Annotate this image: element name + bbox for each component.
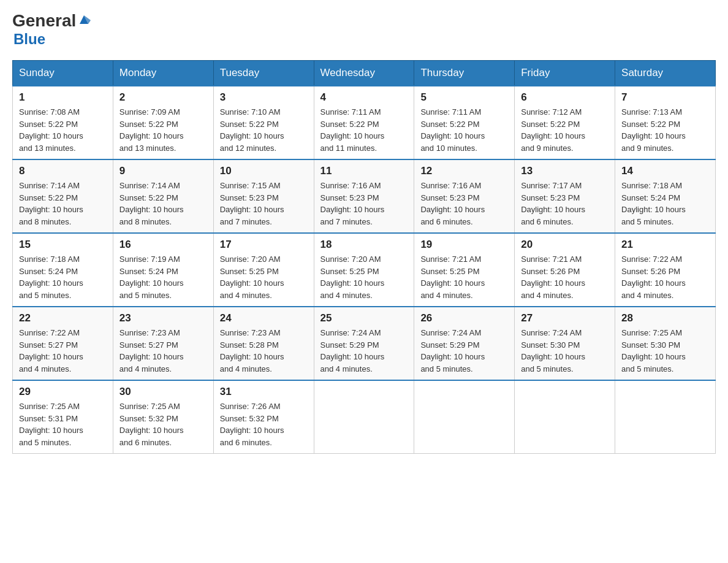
- weekday-header-tuesday: Tuesday: [213, 61, 314, 86]
- logo-triangle-icon: [77, 13, 91, 26]
- calendar-cell: 10 Sunrise: 7:15 AM Sunset: 5:23 PM Dayl…: [213, 159, 314, 233]
- day-info: Sunrise: 7:18 AM Sunset: 5:24 PM Dayligh…: [19, 253, 107, 301]
- weekday-header-friday: Friday: [515, 61, 615, 86]
- calendar-cell: 24 Sunrise: 7:23 AM Sunset: 5:28 PM Dayl…: [213, 307, 314, 380]
- day-number: 20: [521, 239, 609, 251]
- page-header: General Blue: [12, 12, 716, 48]
- day-info: Sunrise: 7:15 AM Sunset: 5:23 PM Dayligh…: [220, 180, 308, 228]
- calendar-cell: 3 Sunrise: 7:10 AM Sunset: 5:22 PM Dayli…: [213, 86, 314, 159]
- weekday-header-sunday: Sunday: [13, 61, 113, 86]
- day-info: Sunrise: 7:23 AM Sunset: 5:27 PM Dayligh…: [119, 327, 207, 375]
- calendar-cell: 7 Sunrise: 7:13 AM Sunset: 5:22 PM Dayli…: [615, 86, 716, 159]
- calendar-cell: 23 Sunrise: 7:23 AM Sunset: 5:27 PM Dayl…: [113, 307, 213, 380]
- weekday-header-saturday: Saturday: [615, 61, 716, 86]
- day-info: Sunrise: 7:08 AM Sunset: 5:22 PM Dayligh…: [19, 106, 107, 154]
- logo: General Blue: [12, 12, 91, 48]
- calendar-cell: 8 Sunrise: 7:14 AM Sunset: 5:22 PM Dayli…: [13, 159, 113, 233]
- day-number: 5: [420, 91, 508, 104]
- calendar-cell: [414, 380, 515, 454]
- calendar-cell: 17 Sunrise: 7:20 AM Sunset: 5:25 PM Dayl…: [213, 233, 314, 307]
- week-row-5: 29 Sunrise: 7:25 AM Sunset: 5:31 PM Dayl…: [13, 380, 716, 454]
- day-number: 23: [119, 312, 207, 324]
- calendar-cell: 16 Sunrise: 7:19 AM Sunset: 5:24 PM Dayl…: [113, 233, 213, 307]
- calendar-cell: [314, 380, 414, 454]
- calendar-cell: 9 Sunrise: 7:14 AM Sunset: 5:22 PM Dayli…: [113, 159, 213, 233]
- calendar-cell: 19 Sunrise: 7:21 AM Sunset: 5:25 PM Dayl…: [414, 233, 515, 307]
- day-info: Sunrise: 7:11 AM Sunset: 5:22 PM Dayligh…: [420, 106, 508, 154]
- day-number: 27: [521, 312, 609, 324]
- day-number: 28: [621, 312, 709, 324]
- day-number: 16: [119, 239, 207, 251]
- logo-blue: Blue: [13, 31, 45, 48]
- calendar-cell: 21 Sunrise: 7:22 AM Sunset: 5:26 PM Dayl…: [615, 233, 716, 307]
- day-info: Sunrise: 7:09 AM Sunset: 5:22 PM Dayligh…: [119, 106, 207, 154]
- week-row-1: 1 Sunrise: 7:08 AM Sunset: 5:22 PM Dayli…: [13, 86, 716, 159]
- day-number: 30: [119, 386, 207, 398]
- calendar-cell: 11 Sunrise: 7:16 AM Sunset: 5:23 PM Dayl…: [314, 159, 414, 233]
- week-row-4: 22 Sunrise: 7:22 AM Sunset: 5:27 PM Dayl…: [13, 307, 716, 380]
- day-info: Sunrise: 7:13 AM Sunset: 5:22 PM Dayligh…: [621, 106, 709, 154]
- day-info: Sunrise: 7:14 AM Sunset: 5:22 PM Dayligh…: [119, 180, 207, 228]
- day-number: 17: [220, 239, 308, 251]
- calendar-cell: 28 Sunrise: 7:25 AM Sunset: 5:30 PM Dayl…: [615, 307, 716, 380]
- day-info: Sunrise: 7:22 AM Sunset: 5:27 PM Dayligh…: [19, 327, 107, 375]
- day-number: 25: [320, 312, 408, 324]
- day-info: Sunrise: 7:17 AM Sunset: 5:23 PM Dayligh…: [521, 180, 609, 228]
- day-info: Sunrise: 7:20 AM Sunset: 5:25 PM Dayligh…: [320, 253, 408, 301]
- day-info: Sunrise: 7:14 AM Sunset: 5:22 PM Dayligh…: [19, 180, 107, 228]
- day-number: 8: [19, 165, 107, 177]
- day-number: 14: [621, 165, 709, 177]
- day-info: Sunrise: 7:16 AM Sunset: 5:23 PM Dayligh…: [320, 180, 408, 228]
- calendar-cell: 30 Sunrise: 7:25 AM Sunset: 5:32 PM Dayl…: [113, 380, 213, 454]
- calendar-cell: 1 Sunrise: 7:08 AM Sunset: 5:22 PM Dayli…: [13, 86, 113, 159]
- day-info: Sunrise: 7:24 AM Sunset: 5:30 PM Dayligh…: [521, 327, 609, 375]
- calendar-cell: 18 Sunrise: 7:20 AM Sunset: 5:25 PM Dayl…: [314, 233, 414, 307]
- day-number: 29: [19, 386, 107, 398]
- logo-general: General: [12, 12, 76, 29]
- day-info: Sunrise: 7:11 AM Sunset: 5:22 PM Dayligh…: [320, 106, 408, 154]
- day-info: Sunrise: 7:25 AM Sunset: 5:30 PM Dayligh…: [621, 327, 709, 375]
- day-number: 11: [320, 165, 408, 177]
- day-info: Sunrise: 7:16 AM Sunset: 5:23 PM Dayligh…: [420, 180, 508, 228]
- calendar-cell: 2 Sunrise: 7:09 AM Sunset: 5:22 PM Dayli…: [113, 86, 213, 159]
- day-number: 24: [220, 312, 308, 324]
- calendar-cell: 13 Sunrise: 7:17 AM Sunset: 5:23 PM Dayl…: [515, 159, 615, 233]
- weekday-header-wednesday: Wednesday: [314, 61, 414, 86]
- weekday-header-monday: Monday: [113, 61, 213, 86]
- week-row-2: 8 Sunrise: 7:14 AM Sunset: 5:22 PM Dayli…: [13, 159, 716, 233]
- weekday-header-thursday: Thursday: [414, 61, 515, 86]
- calendar-cell: [615, 380, 716, 454]
- calendar-cell: 4 Sunrise: 7:11 AM Sunset: 5:22 PM Dayli…: [314, 86, 414, 159]
- day-info: Sunrise: 7:25 AM Sunset: 5:31 PM Dayligh…: [19, 400, 107, 448]
- day-number: 1: [19, 91, 107, 104]
- day-number: 4: [320, 91, 408, 104]
- calendar-cell: [515, 380, 615, 454]
- calendar-cell: 14 Sunrise: 7:18 AM Sunset: 5:24 PM Dayl…: [615, 159, 716, 233]
- day-info: Sunrise: 7:21 AM Sunset: 5:25 PM Dayligh…: [420, 253, 508, 301]
- day-info: Sunrise: 7:12 AM Sunset: 5:22 PM Dayligh…: [521, 106, 609, 154]
- day-info: Sunrise: 7:25 AM Sunset: 5:32 PM Dayligh…: [119, 400, 207, 448]
- day-number: 21: [621, 239, 709, 251]
- day-info: Sunrise: 7:21 AM Sunset: 5:26 PM Dayligh…: [521, 253, 609, 301]
- calendar-cell: 15 Sunrise: 7:18 AM Sunset: 5:24 PM Dayl…: [13, 233, 113, 307]
- day-info: Sunrise: 7:26 AM Sunset: 5:32 PM Dayligh…: [220, 400, 308, 448]
- calendar-cell: 6 Sunrise: 7:12 AM Sunset: 5:22 PM Dayli…: [515, 86, 615, 159]
- day-number: 9: [119, 165, 207, 177]
- calendar-cell: 5 Sunrise: 7:11 AM Sunset: 5:22 PM Dayli…: [414, 86, 515, 159]
- calendar-cell: 25 Sunrise: 7:24 AM Sunset: 5:29 PM Dayl…: [314, 307, 414, 380]
- day-number: 3: [220, 91, 308, 104]
- day-number: 10: [220, 165, 308, 177]
- day-info: Sunrise: 7:18 AM Sunset: 5:24 PM Dayligh…: [621, 180, 709, 228]
- weekday-header-row: SundayMondayTuesdayWednesdayThursdayFrid…: [13, 61, 716, 86]
- day-number: 13: [521, 165, 609, 177]
- day-number: 26: [420, 312, 508, 324]
- day-number: 6: [521, 91, 609, 104]
- day-number: 7: [621, 91, 709, 104]
- day-info: Sunrise: 7:20 AM Sunset: 5:25 PM Dayligh…: [220, 253, 308, 301]
- day-number: 18: [320, 239, 408, 251]
- day-number: 12: [420, 165, 508, 177]
- day-number: 22: [19, 312, 107, 324]
- calendar-cell: 22 Sunrise: 7:22 AM Sunset: 5:27 PM Dayl…: [13, 307, 113, 380]
- calendar-cell: 20 Sunrise: 7:21 AM Sunset: 5:26 PM Dayl…: [515, 233, 615, 307]
- day-info: Sunrise: 7:19 AM Sunset: 5:24 PM Dayligh…: [119, 253, 207, 301]
